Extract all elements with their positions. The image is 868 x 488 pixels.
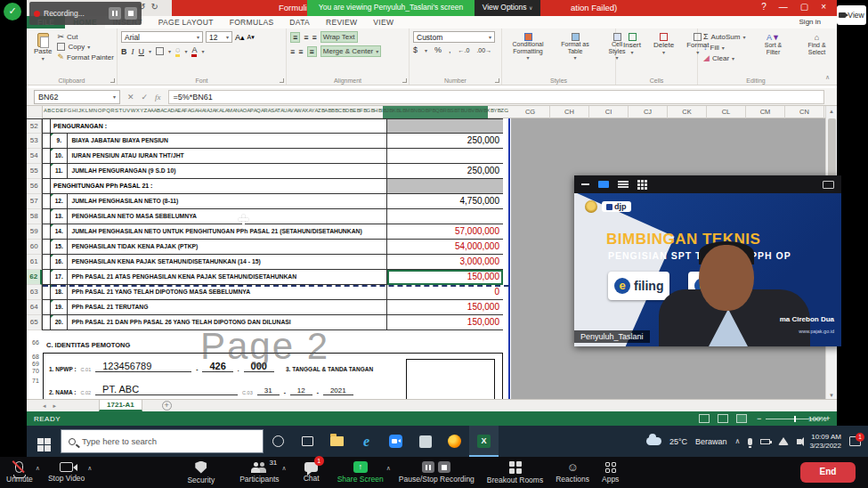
pause-recording-icon[interactable] xyxy=(109,7,121,20)
delete-cells-button[interactable]: Delete▾ xyxy=(650,31,677,57)
clipboard-dialog-launcher[interactable] xyxy=(110,78,115,83)
value-cell[interactable]: 250,000 xyxy=(387,134,503,149)
column-header-ck[interactable]: CK xyxy=(668,106,707,118)
row-header-62[interactable]: 62 xyxy=(27,270,42,285)
fill-color-icon[interactable]: ◌ xyxy=(175,45,180,57)
align-left-icon[interactable]: ≡ xyxy=(290,47,295,56)
action-center-icon[interactable]: 1 xyxy=(849,436,861,446)
zoom-slider-thumb[interactable] xyxy=(794,416,796,422)
decrease-decimal-icon[interactable]: .00→ xyxy=(476,47,491,53)
menu-tab-page-layout[interactable]: PAGE LAYOUT xyxy=(150,16,222,28)
paste-button[interactable]: Paste▾ xyxy=(30,31,55,63)
excel-taskbar-button[interactable]: X xyxy=(469,426,499,457)
view-options-button[interactable]: View Options ∨ xyxy=(475,0,540,16)
view-button[interactable]: View xyxy=(837,5,866,25)
item-number-cell[interactable]: 9. xyxy=(51,134,68,149)
enter-icon[interactable]: ✓ xyxy=(142,93,149,102)
page-layout-view-icon[interactable] xyxy=(718,414,728,423)
app-button[interactable] xyxy=(410,426,440,457)
clear-button[interactable]: ◢Clear▾ xyxy=(702,53,748,63)
row-header-56[interactable]: 56 xyxy=(27,179,42,194)
end-meeting-button[interactable]: End xyxy=(800,462,856,483)
row-header-61[interactable]: 61 xyxy=(27,255,42,270)
weather-temp[interactable]: 25°C xyxy=(669,437,687,446)
nama-value[interactable]: PT. ABC xyxy=(95,384,238,395)
apps-button[interactable]: Apps xyxy=(596,457,625,488)
reactions-button[interactable]: ☺ Reactions xyxy=(549,457,596,488)
cortana-button[interactable] xyxy=(264,426,293,457)
wrap-text-button[interactable]: Wrap Text xyxy=(320,31,358,43)
row-header-70[interactable]: 70 xyxy=(29,368,42,374)
wifi-icon[interactable] xyxy=(778,437,789,445)
underline-button[interactable]: U xyxy=(139,47,145,56)
page-break-view-icon[interactable] xyxy=(736,414,747,423)
align-bottom-icon[interactable]: ≡ xyxy=(312,33,317,42)
item-label-cell[interactable]: PPh PASAL 21 YANG TELAH DIPOTONG MASA SE… xyxy=(68,285,386,300)
section-header-cell[interactable]: PENGURANGAN : xyxy=(51,119,387,134)
format-painter-button[interactable]: ✎Format Painter xyxy=(55,52,115,62)
accounting-format-icon[interactable]: $ xyxy=(413,45,418,54)
item-number-cell[interactable]: 13. xyxy=(51,209,68,224)
sign-in-link[interactable]: Sign in xyxy=(799,18,821,26)
item-number-cell[interactable]: 20. xyxy=(51,315,68,330)
item-number-cell[interactable]: 11. xyxy=(51,164,68,179)
row-header-66[interactable]: 66 xyxy=(29,339,42,346)
minimize-video-icon[interactable] xyxy=(581,183,589,185)
item-label-cell[interactable]: PENGHASILAN TIDAK KENA PAJAK (PTKP) xyxy=(68,240,386,255)
participants-button[interactable]: 31 Participants xyxy=(233,457,285,488)
name-box[interactable]: BN62▾ xyxy=(34,90,120,104)
row-header-59[interactable]: 59 xyxy=(27,224,42,240)
increase-decimal-icon[interactable]: ←.0 xyxy=(458,47,470,53)
date-day[interactable]: 31 xyxy=(257,386,280,395)
zoom-level[interactable]: 100% xyxy=(808,415,826,423)
selected-value-cell[interactable]: 150,000 xyxy=(387,270,503,285)
speaker-video-window[interactable]: djp BIMBINGAN TEKNIS PENGISIAN SPT TAHUN… xyxy=(574,175,841,346)
column-header-cg[interactable]: CG xyxy=(511,106,550,118)
item-label-cell[interactable]: JUMLAH PENGURANGAN (9 S.D 10) xyxy=(68,164,386,179)
value-cell[interactable] xyxy=(387,119,503,134)
item-label-cell[interactable]: PPh PASAL 21 TERUTANG xyxy=(68,300,386,315)
font-size-combo[interactable]: 12▾ xyxy=(206,31,232,43)
item-number-cell[interactable]: 14. xyxy=(51,224,68,240)
row-header-53[interactable]: 53 xyxy=(27,134,42,149)
minimize-button[interactable]: — xyxy=(779,2,788,12)
gallery-view-icon[interactable] xyxy=(637,180,647,190)
zoom-out-icon[interactable]: − xyxy=(757,414,761,423)
shrink-font-icon[interactable]: A▾ xyxy=(247,34,255,41)
task-view-button[interactable] xyxy=(293,426,322,457)
menu-tab-review[interactable]: REVIEW xyxy=(318,16,365,28)
pause-stop-recording-button[interactable]: Pause/Stop Recording xyxy=(393,457,481,488)
font-color-icon[interactable]: A xyxy=(191,45,197,57)
internet-explorer-button[interactable]: e xyxy=(352,426,381,457)
value-cell[interactable]: 57,000,000 xyxy=(387,224,503,240)
list-view-icon[interactable] xyxy=(618,181,629,188)
menu-tab-data[interactable]: DATA xyxy=(281,16,318,28)
font-name-combo[interactable]: Arial▾ xyxy=(121,31,203,43)
item-number-cell[interactable]: 19. xyxy=(51,300,68,315)
value-cell[interactable]: 150,000 xyxy=(387,300,503,315)
italic-button[interactable]: I xyxy=(132,47,134,56)
number-format-combo[interactable]: Custom▾ xyxy=(413,31,495,43)
sheet-nav-arrows[interactable]: ◂▸ xyxy=(43,403,63,410)
share-screen-button[interactable]: ↑ Share Screen xyxy=(331,457,390,488)
collapse-ribbon-icon[interactable]: ∧ xyxy=(825,74,830,81)
help-button[interactable]: ? xyxy=(761,2,767,12)
stop-recording-icon[interactable] xyxy=(125,7,137,20)
value-cell[interactable]: 54,000,000 xyxy=(387,240,503,255)
weather-icon[interactable] xyxy=(646,437,661,445)
breakout-rooms-button[interactable]: Breakout Rooms xyxy=(481,457,549,488)
value-cell[interactable] xyxy=(387,209,503,224)
row-header-69[interactable]: 69 xyxy=(29,361,42,367)
unmute-button[interactable]: Unmute xyxy=(0,457,39,488)
start-button[interactable] xyxy=(27,432,61,451)
bold-button[interactable]: B xyxy=(121,47,127,56)
item-label-cell[interactable]: IURAN PENSIUN ATAU IURAN THT/JHT xyxy=(68,149,386,164)
row-header-55[interactable]: 55 xyxy=(27,164,42,179)
row-header-68[interactable]: 68 xyxy=(29,354,42,360)
column-letter-strip[interactable]: A B C D E F G H I J K L M N O P Q R S T … xyxy=(44,108,508,118)
select-all-corner[interactable] xyxy=(27,106,43,118)
undo-redo-icons[interactable]: ↺↻ xyxy=(138,2,164,12)
column-header-cj[interactable]: CJ xyxy=(629,106,668,118)
autosum-button[interactable]: ΣAutoSum▾ xyxy=(702,31,748,42)
row-header-57[interactable]: 57 xyxy=(27,194,42,209)
